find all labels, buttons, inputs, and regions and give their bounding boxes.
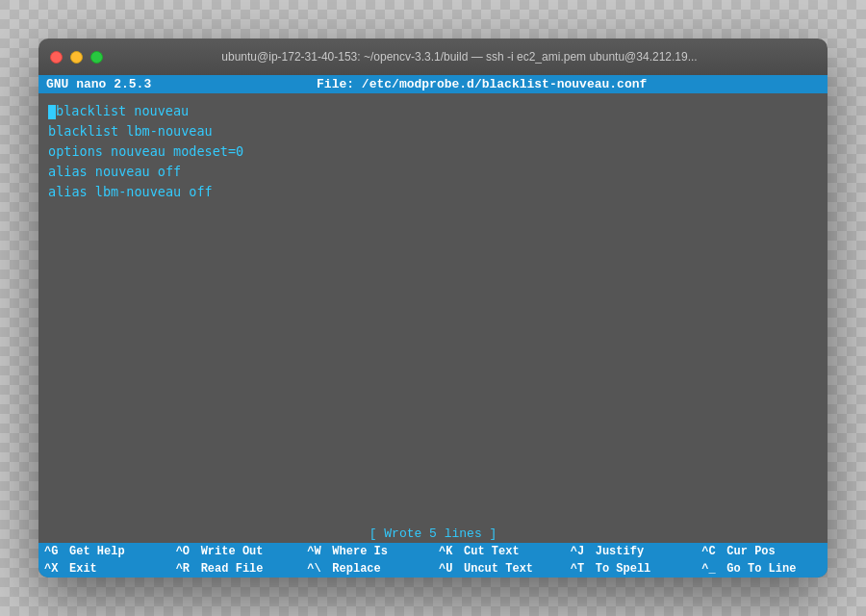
shortcut-where-is[interactable]: ^W Where Is [301, 543, 433, 560]
title-bar: ubuntu@ip-172-31-40-153: ~/opencv-3.3.1/… [38, 38, 828, 75]
editor-line-1: blacklist nouveau [48, 101, 818, 121]
editor-line-2: blacklist lbm-nouveau [48, 121, 818, 141]
cursor [48, 105, 56, 119]
shortcut-to-spell[interactable]: ^T To Spell [565, 560, 697, 578]
shortcut-bars: ^G Get Help ^O Write Out ^W Where Is ^K … [38, 543, 828, 578]
status-message: [ Wrote 5 lines ] [369, 526, 497, 541]
minimize-button[interactable] [70, 51, 83, 64]
nano-editor-container: GNU nano 2.5.3 File: /etc/modprobe.d/bla… [38, 75, 828, 578]
shortcut-key-k: ^K [439, 545, 460, 558]
shortcut-key-g: ^G [44, 545, 65, 558]
nano-file: File: /etc/modprobe.d/blacklist-nouveau.… [317, 77, 647, 91]
shortcut-label-cut-text: Cut Text [464, 545, 520, 558]
shortcut-replace[interactable]: ^\ Replace [301, 560, 433, 578]
shortcut-key-r: ^R [176, 562, 197, 576]
shortcut-label-get-help: Get Help [69, 545, 125, 558]
nano-version: GNU nano 2.5.3 [46, 77, 151, 91]
maximize-button[interactable] [90, 51, 103, 64]
shortcut-key-u: ^U [439, 562, 460, 576]
shortcut-label-write-out: Write Out [201, 545, 264, 558]
shortcut-cut-text[interactable]: ^K Cut Text [433, 543, 565, 560]
shortcut-key-underscore: ^_ [701, 562, 723, 576]
shortcut-key-x: ^X [44, 562, 65, 576]
shortcut-key-j: ^J [571, 545, 592, 558]
shortcut-label-go-to-line: Go To Line [726, 562, 796, 576]
shortcut-go-to-line[interactable]: ^_ Go To Line [696, 560, 828, 578]
shortcut-key-c: ^C [701, 545, 723, 558]
traffic-lights [50, 51, 103, 64]
shortcut-label-exit: Exit [69, 562, 97, 576]
shortcut-cur-pos[interactable]: ^C Cur Pos [696, 543, 828, 560]
shortcut-label-read-file: Read File [201, 562, 264, 576]
status-bar: [ Wrote 5 lines ] [38, 525, 828, 543]
shortcut-label-justify: Justify [596, 545, 644, 558]
terminal-window: ubuntu@ip-172-31-40-153: ~/opencv-3.3.1/… [38, 38, 828, 578]
shortcut-write-out[interactable]: ^O Write Out [170, 543, 302, 560]
shortcut-key-t: ^T [571, 562, 592, 576]
shortcut-uncut-text[interactable]: ^U Uncut Text [433, 560, 565, 578]
shortcut-read-file[interactable]: ^R Read File [170, 560, 302, 578]
editor-content[interactable]: blacklist nouveau blacklist lbm-nouveau … [38, 93, 828, 525]
shortcut-row-2: ^X Exit ^R Read File ^\ Replace ^U Uncut… [38, 560, 828, 578]
shortcut-get-help[interactable]: ^G Get Help [38, 543, 170, 560]
window-title: ubuntu@ip-172-31-40-153: ~/opencv-3.3.1/… [103, 50, 816, 64]
shortcut-key-w: ^W [307, 545, 328, 558]
shortcut-justify[interactable]: ^J Justify [565, 543, 697, 560]
editor-line-3: options nouveau modeset=0 [48, 141, 818, 162]
shortcut-label-cur-pos: Cur Pos [726, 545, 775, 558]
shortcut-key-backslash: ^\ [307, 562, 328, 576]
editor-line-5: alias lbm-nouveau off [48, 182, 818, 202]
shortcut-key-o: ^O [176, 545, 197, 558]
shortcut-label-replace: Replace [332, 562, 380, 576]
shortcut-row-1: ^G Get Help ^O Write Out ^W Where Is ^K … [38, 543, 828, 560]
shortcut-label-where-is: Where Is [332, 545, 388, 558]
editor-line-4: alias nouveau off [48, 162, 818, 182]
shortcut-label-to-spell: To Spell [596, 562, 651, 576]
shortcut-exit[interactable]: ^X Exit [38, 560, 170, 578]
shortcut-label-uncut-text: Uncut Text [464, 562, 533, 576]
close-button[interactable] [50, 51, 63, 64]
nano-header: GNU nano 2.5.3 File: /etc/modprobe.d/bla… [38, 75, 828, 93]
